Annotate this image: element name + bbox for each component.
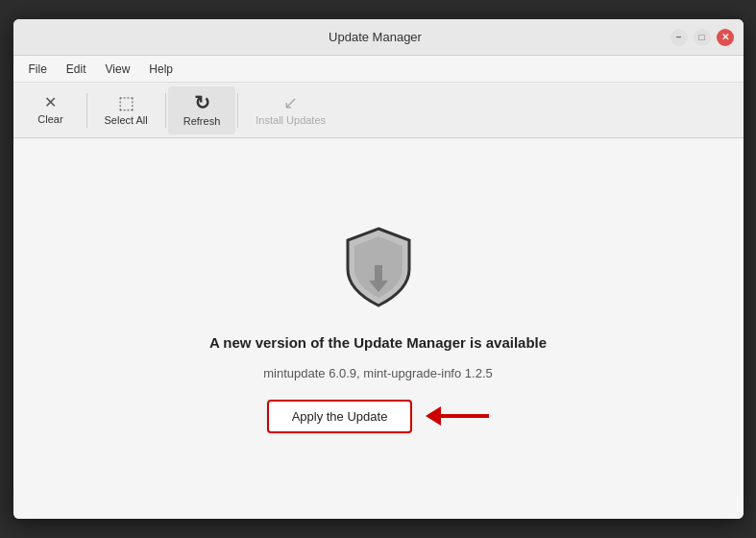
install-updates-label: Install Updates [256, 114, 326, 126]
menu-help[interactable]: Help [141, 60, 181, 79]
toolbar: ✕ Clear ⬚ Select All ↻ Refresh ↙ Install… [13, 83, 744, 138]
clear-label: Clear [37, 113, 62, 125]
toolbar-separator-2 [165, 93, 166, 128]
close-button[interactable]: ✕ [717, 29, 734, 46]
arrow-body [441, 414, 489, 418]
main-content: A new version of the Update Manager is a… [13, 138, 744, 519]
menu-file[interactable]: File [21, 60, 55, 79]
update-title: A new version of the Update Manager is a… [209, 334, 547, 351]
install-updates-button[interactable]: ↙ Install Updates [240, 86, 341, 134]
toolbar-separator-1 [86, 93, 87, 128]
select-all-label: Select All [105, 114, 148, 126]
menu-bar: File Edit View Help [13, 56, 744, 83]
title-bar: Update Manager – □ ✕ [13, 19, 744, 56]
clear-button[interactable]: ✕ Clear [17, 86, 85, 134]
apply-update-button[interactable]: Apply the Update [267, 400, 413, 433]
shield-container [340, 225, 417, 311]
shield-icon [340, 225, 417, 311]
refresh-button[interactable]: ↻ Refresh [168, 86, 236, 134]
toolbar-separator-3 [237, 93, 238, 128]
menu-view[interactable]: View [98, 60, 138, 79]
maximize-button[interactable]: □ [694, 29, 711, 46]
arrow-head [426, 406, 441, 426]
refresh-icon: ↻ [194, 93, 210, 112]
clear-icon: ✕ [44, 95, 57, 110]
application-window: Update Manager – □ ✕ File Edit View Help… [13, 19, 744, 519]
window-title: Update Manager [81, 30, 671, 44]
refresh-label: Refresh [183, 115, 221, 127]
select-all-icon: ⬚ [118, 94, 134, 111]
select-all-button[interactable]: ⬚ Select All [89, 86, 163, 134]
minimize-button[interactable]: – [671, 29, 688, 46]
menu-edit[interactable]: Edit [59, 60, 94, 79]
update-subtitle: mintupdate 6.0.9, mint-upgrade-info 1.2.… [263, 366, 492, 380]
arrow-annotation [426, 406, 489, 426]
window-controls: – □ ✕ [671, 29, 734, 46]
apply-btn-container: Apply the Update [267, 400, 490, 433]
install-updates-icon: ↙ [283, 94, 298, 111]
